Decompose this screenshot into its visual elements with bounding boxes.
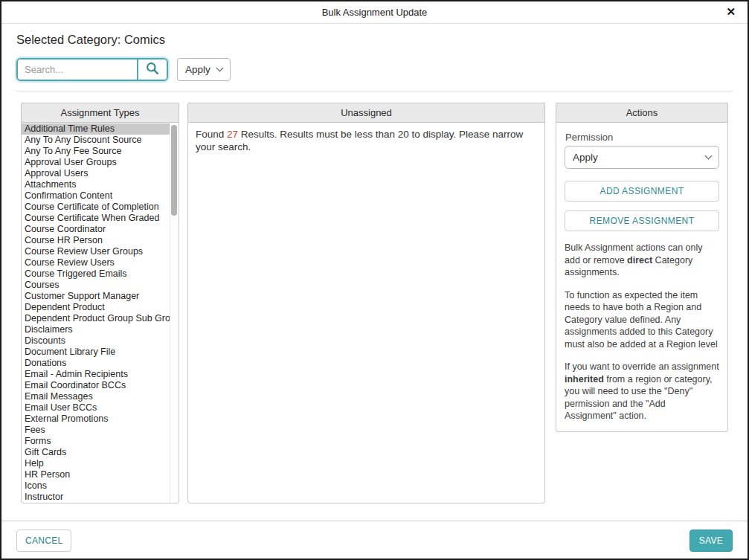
list-item[interactable]: HR Person	[22, 469, 179, 480]
list-item[interactable]: Email - Admin Recipients	[22, 369, 179, 380]
divider	[16, 91, 733, 91]
modal-titlebar: Bulk Assignment Update ✕	[1, 1, 748, 24]
list-item[interactable]: Approval Users	[22, 168, 179, 179]
list-item[interactable]: Confirmation Content	[22, 190, 179, 202]
modal-title: Bulk Assignment Update	[322, 7, 428, 18]
list-item[interactable]: Course Coordinator	[22, 224, 179, 235]
chevron-down-icon	[216, 65, 223, 72]
close-icon[interactable]: ✕	[723, 4, 739, 19]
list-item[interactable]: Course Certificate When Graded	[22, 213, 179, 224]
list-item[interactable]: Help	[22, 458, 179, 469]
list-item[interactable]: Customer Support Manager	[22, 291, 179, 302]
note-bold: direct	[627, 255, 652, 265]
search-icon	[145, 61, 160, 78]
list-item[interactable]: Additional Time Rules	[22, 123, 179, 135]
note-region-category: To function as expected the item needs t…	[565, 289, 719, 351]
list-item[interactable]: Any To Any Fee Source	[22, 146, 179, 157]
results-message-suffix: Results. Results must be less than 20 to…	[196, 129, 523, 152]
list-item[interactable]: Course Triggered Emails	[22, 268, 179, 280]
note-direct-assignments: Bulk Assignment actions can only add or …	[565, 242, 719, 279]
remove-assignment-button[interactable]: REMOVE ASSIGNMENT	[565, 210, 719, 231]
actions-header: Actions	[556, 103, 728, 123]
unassigned-header: Unassigned	[187, 103, 545, 123]
search-input[interactable]	[18, 59, 138, 80]
save-button[interactable]: SAVE	[689, 530, 733, 552]
permission-label: Permission	[565, 132, 719, 143]
list-item[interactable]: Attachments	[22, 179, 179, 190]
list-item[interactable]: Course Review User Groups	[22, 246, 179, 257]
add-assignment-button[interactable]: ADD ASSIGNMENT	[565, 181, 719, 202]
results-count: 27	[227, 129, 238, 140]
modal-footer: CANCEL SAVE	[1, 521, 748, 559]
note-bold: inherited	[565, 374, 604, 384]
selected-category-title: Selected Category: Comics	[16, 33, 733, 47]
list-item[interactable]: Email Messages	[22, 391, 179, 402]
list-item[interactable]: Discounts	[22, 335, 179, 347]
list-item[interactable]: Document Library File	[22, 347, 179, 358]
actions-panel: Actions Permission Apply ADD ASSIGNMENT …	[556, 103, 728, 432]
list-item[interactable]: Approval User Groups	[22, 157, 179, 168]
list-item[interactable]: Dependent Product	[22, 302, 179, 313]
list-item[interactable]: Disclaimers	[22, 324, 179, 335]
apply-dropdown[interactable]: Apply	[177, 58, 231, 81]
list-item[interactable]: Any To Any Discount Source	[22, 135, 179, 146]
list-item[interactable]: Icons	[22, 480, 179, 492]
assignment-types-header: Assignment Types	[21, 103, 179, 123]
note-text: If you want to override an assignment	[565, 361, 719, 372]
list-item[interactable]: Course Certificate of Completion	[22, 202, 179, 213]
list-item[interactable]: Course HR Person	[22, 235, 179, 246]
apply-dropdown-label: Apply	[185, 64, 210, 75]
scrollbar-track[interactable]	[170, 123, 179, 503]
results-message-prefix: Found	[196, 129, 227, 140]
unassigned-body: Found 27 Results. Results must be less t…	[187, 123, 545, 503]
list-item[interactable]: Dependent Product Group Sub Groups	[22, 313, 179, 324]
list-item[interactable]: Gift Cards	[22, 447, 179, 458]
note-inherited-override: If you want to override an assignment in…	[565, 361, 719, 422]
scrollbar-thumb[interactable]	[171, 125, 177, 216]
assignment-types-panel: Assignment Types Additional Time RulesAn…	[21, 103, 179, 503]
list-item[interactable]: Email User BCCs	[22, 402, 179, 413]
panels-row: Assignment Types Additional Time RulesAn…	[21, 103, 725, 503]
list-item[interactable]: Donations	[22, 358, 179, 369]
unassigned-panel: Unassigned Found 27 Results. Results mus…	[187, 103, 545, 503]
cancel-button[interactable]: CANCEL	[16, 530, 71, 552]
assignment-types-items: Additional Time RulesAny To Any Discount…	[22, 123, 179, 503]
assignment-types-list: Additional Time RulesAny To Any Discount…	[21, 123, 179, 503]
list-item[interactable]: Email Coordinator BCCs	[22, 380, 179, 391]
list-item[interactable]: Course Review Users	[22, 257, 179, 268]
results-message: Found 27 Results. Results must be less t…	[196, 128, 537, 153]
search-row: Apply	[16, 58, 733, 81]
list-item[interactable]: Courses	[22, 280, 179, 291]
search-group	[16, 58, 168, 81]
list-item[interactable]: Forms	[22, 436, 179, 447]
actions-body: Permission Apply ADD ASSIGNMENT REMOVE A…	[556, 123, 728, 432]
bulk-assignment-update-modal: Bulk Assignment Update ✕ Selected Catego…	[0, 0, 749, 560]
chevron-down-icon	[705, 152, 713, 160]
list-item[interactable]: Instructor	[22, 492, 179, 503]
list-item[interactable]: Fees	[22, 425, 179, 436]
list-item[interactable]: External Promotions	[22, 413, 179, 425]
permission-select-value: Apply	[573, 152, 598, 163]
search-button[interactable]	[138, 59, 167, 80]
permission-select[interactable]: Apply	[565, 146, 719, 169]
